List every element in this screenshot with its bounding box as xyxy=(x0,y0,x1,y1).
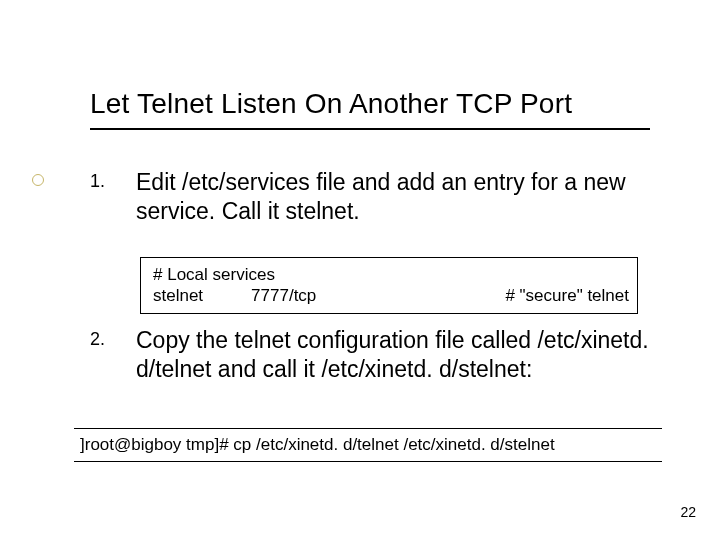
item-number: 2. xyxy=(90,326,136,350)
ordered-list: 1. Edit /etc/services file and add an en… xyxy=(90,168,650,240)
code-box-command: ]root@bigboy tmp]# cp /etc/xinetd. d/tel… xyxy=(74,428,662,462)
slide-title: Let Telnet Listen On Another TCP Port xyxy=(90,88,572,120)
code-token: 7777/tcp xyxy=(251,286,316,305)
page-number: 22 xyxy=(680,504,696,520)
code-box-services: # Local services stelnet7777/tcp # "secu… xyxy=(140,257,638,314)
code-line: # Local services xyxy=(153,264,629,285)
item-number: 1. xyxy=(90,168,136,192)
code-right: # "secure" telnet xyxy=(505,285,629,306)
list-item: 2. Copy the telnet configuration file ca… xyxy=(90,326,650,384)
slide: Let Telnet Listen On Another TCP Port 1.… xyxy=(0,0,720,540)
code-token: stelnet xyxy=(153,286,203,305)
item-text: Edit /etc/services file and add an entry… xyxy=(136,168,650,226)
list-item: 1. Edit /etc/services file and add an en… xyxy=(90,168,650,226)
code-line: stelnet7777/tcp # "secure" telnet xyxy=(153,285,629,306)
item-text: Copy the telnet configuration file calle… xyxy=(136,326,650,384)
code-left: stelnet7777/tcp xyxy=(153,285,316,306)
title-rule xyxy=(90,128,650,130)
decorative-bullet xyxy=(32,174,44,186)
